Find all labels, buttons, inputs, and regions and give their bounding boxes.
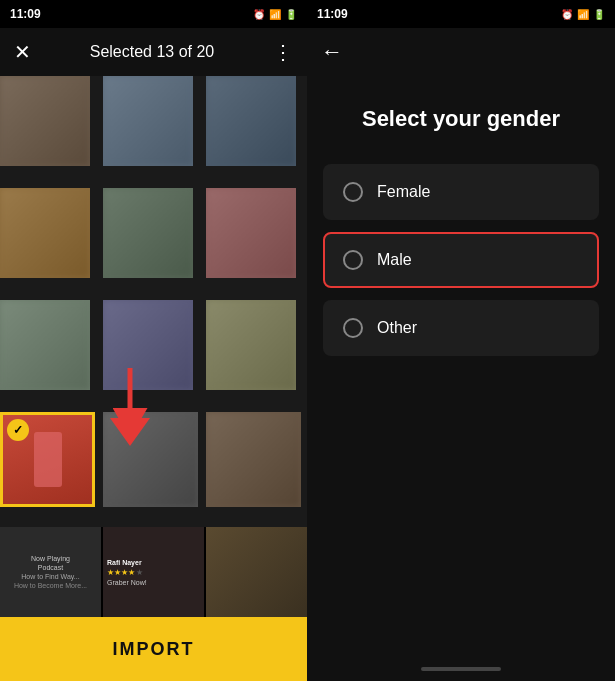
status-time-right: 11:09 xyxy=(317,7,348,21)
photo-cell-7[interactable] xyxy=(0,300,90,390)
bottom-cell-2[interactable]: Rafi Nayer ★★★★★ Graber Now! xyxy=(103,527,204,617)
bottom-bar-right xyxy=(307,657,615,681)
gender-title: Select your gender xyxy=(323,106,599,132)
bottom-cell-1[interactable]: Now PlayingPodcastHow to Find Way...How … xyxy=(0,527,101,617)
selection-title: Selected 13 of 20 xyxy=(90,43,215,61)
import-button[interactable]: IMPORT xyxy=(0,617,307,681)
gender-label-male: Male xyxy=(377,251,412,269)
battery-icon: 🔋 xyxy=(285,9,297,20)
bottom-cell-1-text: Now PlayingPodcastHow to Find Way...How … xyxy=(12,552,89,592)
battery-icon-right: 🔋 xyxy=(593,9,605,20)
top-bar: ✕ Selected 13 of 20 ⋮ xyxy=(0,28,307,76)
status-time-left: 11:09 xyxy=(10,7,41,21)
right-panel: 11:09 ⏰ 📶 🔋 ← Select your gender Female … xyxy=(307,0,615,681)
bottom-cell-3[interactable] xyxy=(206,527,307,617)
photo-cell-3[interactable] xyxy=(206,76,296,166)
import-label: IMPORT xyxy=(113,639,195,660)
status-icons-left: ⏰ 📶 🔋 xyxy=(253,9,297,20)
gender-option-female[interactable]: Female xyxy=(323,164,599,220)
gender-option-other[interactable]: Other xyxy=(323,300,599,356)
gender-label-other: Other xyxy=(377,319,417,337)
bottom-thumbnails: Now PlayingPodcastHow to Find Way...How … xyxy=(0,527,307,617)
gender-label-female: Female xyxy=(377,183,430,201)
radio-male xyxy=(343,250,363,270)
photo-cell-5[interactable] xyxy=(103,188,193,278)
status-bar-left: 11:09 ⏰ 📶 🔋 xyxy=(0,0,307,28)
close-button[interactable]: ✕ xyxy=(14,40,31,64)
back-button[interactable]: ← xyxy=(321,39,343,65)
photo-cell-selected[interactable]: ✓ xyxy=(0,412,95,507)
alarm-icon-right: ⏰ xyxy=(561,9,573,20)
photo-cell-9[interactable] xyxy=(206,300,296,390)
gender-selection-content: Select your gender Female Male Other xyxy=(307,76,615,657)
gender-option-male[interactable]: Male xyxy=(323,232,599,288)
photo-cell-6[interactable] xyxy=(206,188,296,278)
left-panel: 11:09 ⏰ 📶 🔋 ✕ Selected 13 of 20 ⋮ xyxy=(0,0,307,681)
photo-cell-12[interactable] xyxy=(206,412,301,507)
photo-cell-2[interactable] xyxy=(103,76,193,166)
right-header: ← xyxy=(307,28,615,76)
photo-grid-container: ✓ xyxy=(0,76,307,527)
signal-icon-right: 📶 xyxy=(577,9,589,20)
radio-female xyxy=(343,182,363,202)
more-button[interactable]: ⋮ xyxy=(273,40,293,64)
status-bar-right: 11:09 ⏰ 📶 🔋 xyxy=(307,0,615,28)
radio-other xyxy=(343,318,363,338)
photo-cell-4[interactable] xyxy=(0,188,90,278)
home-indicator xyxy=(421,667,501,671)
photo-cell-1[interactable] xyxy=(0,76,90,166)
photo-cell-8[interactable] xyxy=(103,300,193,390)
alarm-icon: ⏰ xyxy=(253,9,265,20)
check-badge: ✓ xyxy=(7,419,29,441)
signal-icon: 📶 xyxy=(269,9,281,20)
photo-grid: ✓ xyxy=(0,76,307,527)
photo-cell-11[interactable] xyxy=(103,412,198,507)
status-icons-right: ⏰ 📶 🔋 xyxy=(561,9,605,20)
